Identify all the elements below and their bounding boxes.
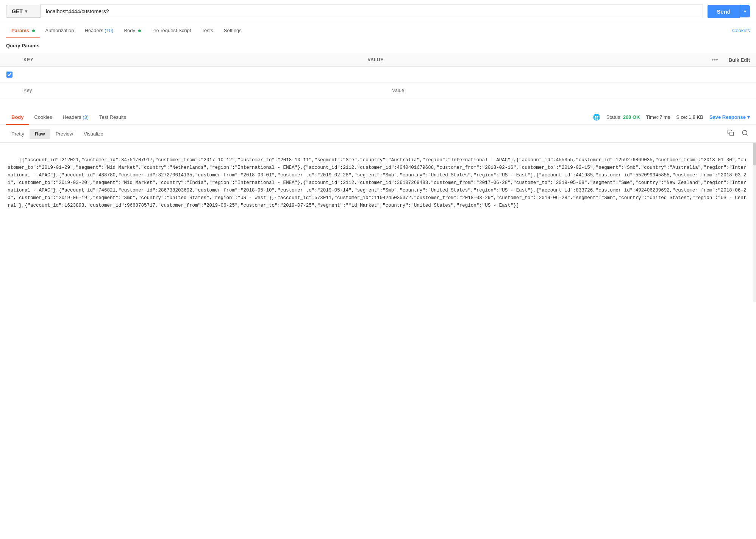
query-params-title: Query Params (0, 38, 756, 53)
spacer (0, 98, 756, 110)
body-tab-visualize-label: Visualize (84, 131, 103, 137)
body-tab-visualize[interactable]: Visualize (78, 129, 109, 139)
tab-authorization-label: Authorization (45, 28, 74, 33)
response-tab-cookies-label: Cookies (34, 114, 52, 120)
response-section: Body Cookies Headers (3) Test Results 🌐 … (0, 110, 756, 302)
query-params-section: Query Params KEY VALUE ••• Bulk Edit (0, 38, 756, 98)
tab-params-label: Params (11, 28, 29, 33)
search-icon[interactable] (740, 128, 750, 139)
header-value: VALUE (363, 57, 707, 62)
more-options-icon[interactable]: ••• (707, 56, 723, 63)
size-value: 1.8 KB (689, 114, 703, 120)
cookies-link[interactable]: Cookies (732, 28, 750, 33)
method-selector[interactable]: GET ▾ (6, 5, 40, 18)
url-input[interactable] (40, 5, 703, 18)
response-tabs-bar: Body Cookies Headers (3) Test Results 🌐 … (0, 110, 756, 125)
tab-authorization[interactable]: Authorization (40, 23, 80, 38)
response-status-bar: 🌐 Status: 200 OK Time: 7 ms Size: 1.8 KB… (593, 114, 750, 121)
row-checkbox-cell (0, 72, 19, 78)
body-tab-preview-label: Preview (56, 131, 73, 137)
body-tab-raw[interactable]: Raw (30, 129, 50, 139)
response-headers-badge: (3) (83, 114, 89, 120)
status-label: Status: 200 OK (606, 114, 640, 120)
param-key-placeholder[interactable] (19, 84, 387, 97)
send-button[interactable]: Send (708, 5, 740, 18)
response-tab-headers-label: Headers (62, 114, 83, 120)
body-dot-icon (138, 30, 141, 32)
svg-point-1 (742, 130, 747, 135)
scrollbar-track[interactable] (753, 143, 756, 302)
body-tab-pretty[interactable]: Pretty (6, 129, 30, 139)
headers-badge: (10) (105, 28, 113, 33)
send-dropdown-button[interactable]: ▾ (740, 5, 750, 17)
tab-headers[interactable]: Headers (10) (80, 23, 119, 38)
table-row (0, 67, 756, 83)
param-value-input[interactable] (387, 68, 756, 81)
tab-tests-label: Tests (201, 28, 213, 33)
status-value: 200 OK (623, 114, 640, 120)
response-tab-headers[interactable]: Headers (3) (57, 110, 94, 125)
bulk-edit-button[interactable]: Bulk Edit (723, 57, 756, 63)
time-value: 7 ms (659, 114, 670, 120)
row-checkbox[interactable] (6, 72, 12, 78)
tab-body-label: Body (124, 28, 135, 33)
param-value-placeholder[interactable] (387, 84, 756, 97)
response-tab-body[interactable]: Body (6, 110, 29, 125)
body-tab-pretty-label: Pretty (11, 131, 24, 137)
tab-settings[interactable]: Settings (219, 23, 247, 38)
globe-icon: 🌐 (593, 114, 600, 121)
table-row-empty (0, 83, 756, 98)
svg-line-2 (746, 134, 747, 135)
tab-body[interactable]: Body (119, 23, 146, 38)
body-actions (726, 128, 750, 139)
tab-params[interactable]: Params (6, 23, 40, 38)
tab-tests[interactable]: Tests (196, 23, 218, 38)
time-label: Time: 7 ms (646, 114, 670, 120)
body-tab-preview[interactable]: Preview (50, 129, 78, 139)
tab-settings-label: Settings (224, 28, 242, 33)
response-content: [{"account_id":212021,"customer_id":3475… (0, 143, 756, 302)
save-response-chevron-icon: ▾ (747, 114, 750, 120)
response-tab-test-results-label: Test Results (99, 114, 126, 120)
tab-prerequest[interactable]: Pre-request Script (146, 23, 197, 38)
copy-icon[interactable] (726, 128, 736, 139)
tab-headers-label: Headers (85, 28, 105, 33)
response-body-text: [{"account_id":212021,"customer_id":3475… (8, 157, 746, 208)
request-tabs: Params Authorization Headers (10) Body P… (0, 23, 756, 38)
header-key: KEY (19, 57, 363, 62)
response-tab-test-results[interactable]: Test Results (94, 110, 131, 125)
method-chevron-icon: ▾ (25, 9, 27, 14)
params-dot-icon (32, 30, 35, 32)
param-key-input[interactable] (19, 68, 387, 81)
params-table-header: KEY VALUE ••• Bulk Edit (0, 53, 756, 67)
url-bar: GET ▾ Send ▾ (0, 0, 756, 23)
response-body-tabs: Pretty Raw Preview Visualize (0, 125, 756, 143)
save-response-button[interactable]: Save Response ▾ (709, 114, 750, 120)
size-label: Size: 1.8 KB (676, 114, 703, 120)
method-label: GET (12, 8, 23, 14)
response-tab-body-label: Body (11, 114, 24, 120)
tab-prerequest-label: Pre-request Script (152, 28, 191, 33)
response-tab-cookies[interactable]: Cookies (29, 110, 58, 125)
save-response-label: Save Response (709, 114, 746, 120)
body-tab-raw-label: Raw (35, 131, 45, 137)
svg-rect-0 (730, 132, 734, 136)
send-button-group: Send ▾ (708, 5, 750, 18)
scrollbar-thumb[interactable] (753, 143, 756, 165)
